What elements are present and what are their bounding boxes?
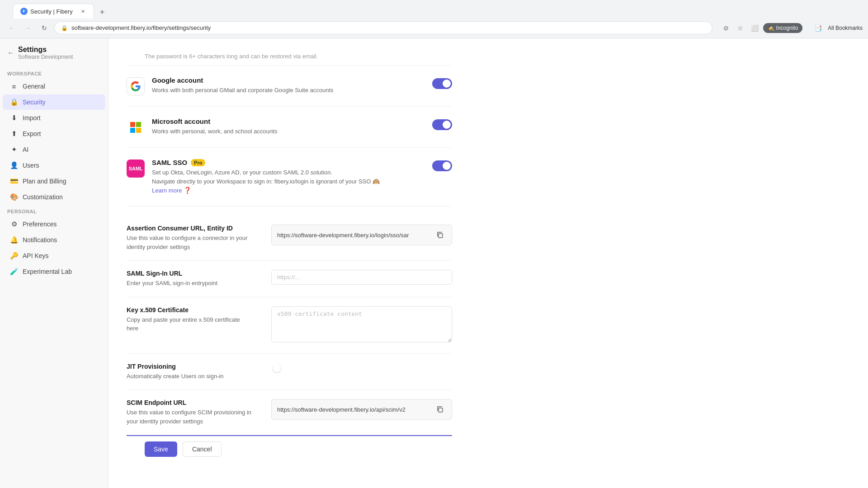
sidebar-item-api-keys[interactable]: 🔑 API Keys (3, 248, 105, 263)
sidebar-item-plan-billing[interactable]: 💳 Plan and Billing (3, 174, 105, 189)
microsoft-icon (127, 118, 145, 136)
personal-section-label: PERSONAL (0, 205, 108, 216)
microsoft-auth-desc: Works with personal, work, and school ac… (152, 127, 425, 136)
browser-actions: ⊘ ☆ ⬜ 🕵 Incognito (720, 22, 803, 34)
microsoft-toggle[interactable] (432, 119, 452, 130)
sidebar-item-general[interactable]: ≡ General (3, 79, 105, 94)
sidebar-item-import[interactable]: ⬇ Import (3, 110, 105, 126)
assertion-consumer-input-section: https://software-development.fibery.io/l… (271, 225, 452, 245)
api-keys-icon: 🔑 (10, 252, 18, 260)
scim-endpoint-url-display: https://software-development.fibery.io/a… (271, 399, 452, 420)
back-button[interactable]: ← (5, 22, 18, 34)
incognito-badge: 🕵 Incognito (763, 23, 803, 33)
lock-icon: 🔒 (61, 25, 68, 31)
sidebar-item-ai[interactable]: ✦ AI (3, 142, 105, 157)
scim-endpoint-url-value: https://software-development.fibery.io/a… (277, 406, 430, 413)
google-auth-title: Google account (152, 76, 425, 84)
sidebar-item-customization[interactable]: 🎨 Customization (3, 189, 105, 205)
sidebar-item-experimental-lab[interactable]: 🧪 Experimental Lab (3, 264, 105, 279)
sidebar: ← Settings Software Development WORKSPAC… (0, 38, 108, 488)
back-nav-button[interactable]: ← (7, 49, 14, 57)
svg-rect-0 (439, 234, 443, 238)
settings-title: Settings (18, 46, 73, 54)
sidebar-item-label: Preferences (23, 221, 57, 228)
google-auth-content: Google account Works with both personal … (152, 76, 425, 95)
incognito-icon: 🕵 (768, 25, 774, 31)
browser-chrome: F Security | Fibery ✕ + ← → ↻ 🔒 software… (0, 0, 868, 38)
assertion-consumer-copy-button[interactable] (434, 229, 446, 241)
address-bar: ← → ↻ 🔒 software-development.fibery.io/f… (0, 19, 868, 38)
learn-more-link[interactable]: Learn more (152, 187, 182, 194)
sidebar-item-users[interactable]: 👤 Users (3, 158, 105, 173)
certificate-input-section (271, 306, 452, 344)
google-icon (127, 77, 145, 95)
assertion-consumer-field: Assertion Consumer URL, Entity ID Use th… (127, 216, 452, 261)
certificate-desc: Copy and paste your entire x.509 certifi… (127, 315, 253, 333)
certificate-textarea[interactable] (271, 306, 452, 343)
forward-button[interactable]: → (22, 22, 34, 34)
sidebar-item-label: General (23, 83, 45, 90)
google-toggle-slider (432, 78, 452, 89)
assertion-consumer-label: Assertion Consumer URL, Entity ID (127, 225, 253, 232)
incognito-label: Incognito (776, 25, 798, 31)
scim-endpoint-field: SCIM Endpoint URL Use this value to conf… (127, 390, 452, 435)
customization-icon: 🎨 (10, 193, 18, 201)
svg-rect-1 (439, 408, 443, 412)
settings-subtitle: Software Development (18, 54, 73, 60)
cancel-button[interactable]: Cancel (183, 441, 222, 457)
jit-input-section (271, 363, 452, 371)
saml-auth-content: SAML SSO Pro Set up Okta, OneLogin, Azur… (152, 159, 425, 195)
saml-auth-title: SAML SSO Pro (152, 159, 425, 166)
sidebar-item-notifications[interactable]: 🔔 Notifications (3, 232, 105, 248)
sidebar-item-security[interactable]: 🔒 Security (3, 94, 105, 110)
sidebar-item-preferences[interactable]: ⚙ Preferences (3, 216, 105, 232)
saml-signin-field: SAML Sign-In URL Enter your SAML sign-in… (127, 261, 452, 297)
sidebar-item-label: Experimental Lab (23, 268, 72, 275)
general-icon: ≡ (10, 82, 18, 90)
workspace-section-label: WORKSPACE (0, 67, 108, 78)
saml-toggle[interactable] (432, 160, 452, 171)
sidebar-item-label: Export (23, 130, 41, 137)
saml-icon-text: SAML (128, 166, 142, 171)
help-icon[interactable]: ❓ (184, 187, 191, 194)
import-icon: ⬇ (10, 114, 18, 122)
preferences-icon: ⚙ (10, 220, 18, 228)
tablet-icon[interactable]: ⬜ (749, 22, 761, 34)
sidebar-item-label: Customization (23, 193, 63, 201)
camera-off-icon[interactable]: ⊘ (720, 22, 732, 34)
tab-close-button[interactable]: ✕ (79, 8, 86, 15)
microsoft-toggle-slider (432, 119, 452, 130)
microsoft-auth-row: Microsoft account Works with personal, w… (127, 107, 452, 148)
tab-bar: F Security | Fibery ✕ + (13, 4, 108, 19)
assertion-consumer-url-display: https://software-development.fibery.io/l… (271, 225, 452, 245)
app-layout: ← Settings Software Development WORKSPAC… (0, 38, 868, 488)
sidebar-item-label: Security (23, 99, 46, 106)
assertion-consumer-label-section: Assertion Consumer URL, Entity ID Use th… (127, 225, 253, 251)
save-bar: Save Cancel (127, 435, 452, 462)
saml-signin-desc: Enter your SAML sign-in entrypoint (127, 279, 253, 288)
google-toggle[interactable] (432, 78, 452, 89)
sidebar-item-export[interactable]: ⬆ Export (3, 126, 105, 141)
saml-fields: Assertion Consumer URL, Entity ID Use th… (127, 216, 452, 435)
sidebar-item-label: Users (23, 162, 39, 169)
content-area: The password is 6+ characters long and c… (108, 38, 470, 471)
saml-auth-row: SAML SAML SSO Pro Set up Okta, OneLogin,… (127, 148, 452, 206)
sidebar-item-label: Import (23, 114, 41, 122)
new-tab-button[interactable]: + (96, 6, 108, 19)
sidebar-item-label: API Keys (23, 252, 49, 259)
saml-toggle-slider (432, 160, 452, 171)
active-tab[interactable]: F Security | Fibery ✕ (13, 4, 94, 19)
jit-field: JIT Provisioning Automatically create Us… (127, 354, 452, 390)
url-bar[interactable]: 🔒 software-development.fibery.io/fibery/… (54, 21, 712, 34)
scim-endpoint-copy-button[interactable] (434, 403, 446, 416)
scim-endpoint-input-section: https://software-development.fibery.io/a… (271, 399, 452, 420)
save-button[interactable]: Save (145, 441, 177, 457)
scim-endpoint-label-section: SCIM Endpoint URL Use this value to conf… (127, 399, 253, 426)
bookmarks-label: All Bookmarks (828, 25, 863, 31)
bookmark-icon[interactable]: ☆ (734, 22, 747, 34)
jit-desc: Automatically create Users on sign-in (127, 372, 253, 381)
reload-button[interactable]: ↻ (38, 22, 51, 34)
saml-signin-input[interactable] (271, 270, 452, 285)
bookmarks-icon[interactable]: 📑 (811, 22, 824, 34)
scim-endpoint-label: SCIM Endpoint URL (127, 399, 253, 406)
